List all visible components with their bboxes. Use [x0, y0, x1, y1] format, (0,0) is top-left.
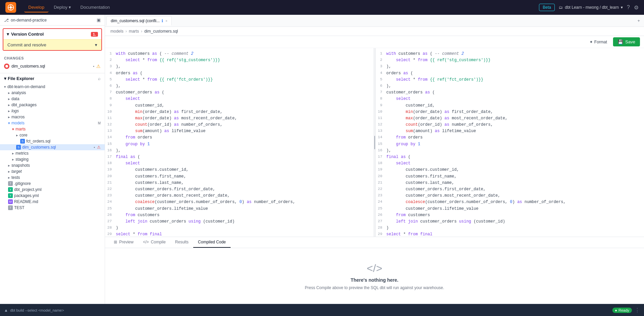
- tree-file-packages-yml[interactable]: Y packages.yml: [0, 193, 105, 199]
- line-number: 21: [105, 180, 116, 186]
- code-line: 26 from customers: [105, 212, 374, 219]
- commit-resolve-row[interactable]: Commit and resolve ▾: [3, 39, 101, 50]
- sidebar: ⎇ on-demand-practice ▣ ▾ Version Control…: [0, 15, 105, 304]
- code-line: 7customer_orders as (: [105, 89, 374, 96]
- save-button[interactable]: 💾 Save: [613, 37, 640, 46]
- code-line: 15 group by 1: [376, 141, 644, 148]
- code-line: 11 max(order_date) as most_recent_order_…: [105, 115, 374, 122]
- tree-file-fct-orders[interactable]: S fct_orders.sql: [0, 138, 105, 144]
- changes-section: Changes dim_customers.sql • ⚠: [0, 53, 105, 73]
- divider-handle: [374, 136, 375, 149]
- tree-folder-staging[interactable]: staging: [0, 156, 105, 162]
- nav-deploy[interactable]: Deploy ▾: [50, 3, 75, 12]
- tree-folder-data[interactable]: data: [0, 96, 105, 102]
- vc-badge: 1.: [91, 32, 98, 37]
- code-line: 6),: [105, 83, 374, 89]
- line-number: 14: [105, 134, 116, 141]
- folder-arrow-icon: [8, 175, 10, 180]
- tree-folder-tests[interactable]: tests: [0, 174, 105, 181]
- dbt-icon: [7, 4, 14, 11]
- line-number: 19: [376, 167, 386, 173]
- code-line: 7customer_orders as (: [376, 89, 644, 96]
- line-content: sum(amount) as lifetime_value: [386, 128, 644, 134]
- change-dot: •: [93, 65, 94, 68]
- code-line: 5 select * from {{ ref('fct_orders')}}: [105, 77, 374, 83]
- line-content: ): [116, 225, 374, 231]
- right-editor-pane[interactable]: 1with customers as ( -- comment 22 selec…: [376, 48, 644, 237]
- breadcrumb-models[interactable]: models: [110, 29, 124, 34]
- commit-resolve-label: Commit and resolve: [7, 42, 46, 47]
- tree-folder-root[interactable]: dbt-learn-on-demand: [0, 84, 105, 90]
- tab-compile[interactable]: </> Compile: [138, 237, 170, 248]
- line-number: 29: [376, 231, 386, 237]
- tab-dim-customers[interactable]: dim_customers.sql (confli... ℹ ×: [106, 16, 172, 26]
- line-content: coalesce(customer_orders.number_of_order…: [386, 199, 644, 205]
- dbt-logo: [5, 2, 16, 13]
- bottom-tabs: ⊞ Preview </> Compile Results Compiled C…: [105, 237, 644, 248]
- tab-close-icon[interactable]: ×: [165, 19, 167, 23]
- tree-folder-marts[interactable]: marts: [0, 126, 105, 132]
- line-number: 2: [105, 57, 116, 63]
- nav-documentation[interactable]: Documentation: [76, 3, 114, 12]
- tree-file-readme[interactable]: M README.md: [0, 199, 105, 205]
- line-number: 12: [105, 122, 116, 128]
- line-number: 22: [105, 186, 116, 192]
- tab-results[interactable]: Results: [170, 237, 193, 248]
- sidebar-panel-icon[interactable]: ▣: [97, 17, 101, 23]
- folder-arrow-icon: [8, 109, 10, 113]
- line-content: select * from {{ ref('fct_orders')}}: [116, 77, 374, 83]
- left-editor-pane[interactable]: 1with customers as ( -- comment 22 selec…: [105, 48, 374, 237]
- tree-folder-core[interactable]: core: [0, 132, 105, 138]
- folder-arrow-icon: [8, 163, 10, 168]
- folder-label: core: [20, 133, 27, 137]
- tree-folder-models[interactable]: models M: [0, 120, 105, 126]
- line-content: select: [116, 96, 374, 102]
- tree-folder-snapshots[interactable]: snapshots: [0, 162, 105, 168]
- top-nav: Develop Deploy ▾ Documentation Beta 🗂 db…: [0, 0, 644, 15]
- line-number: 15: [105, 141, 116, 147]
- tree-folder-target[interactable]: target: [0, 168, 105, 174]
- tree-file-dbt-project-yml[interactable]: Y dbt_project.yml: [0, 187, 105, 193]
- change-item[interactable]: dim_customers.sql • ⚠: [4, 62, 101, 70]
- commit-chevron-icon: ▾: [95, 42, 97, 47]
- code-line: 1with customers as ( -- comment 2: [105, 51, 374, 57]
- code-line: 29select * from final: [376, 231, 644, 237]
- help-icon[interactable]: ?: [627, 4, 630, 10]
- format-button[interactable]: ✦ Format: [586, 38, 610, 46]
- line-number: 8: [376, 96, 386, 102]
- tab-compiled-code[interactable]: Compiled Code: [193, 237, 231, 248]
- tree-folder-logs[interactable]: logs: [0, 108, 105, 114]
- format-icon: ✦: [589, 40, 593, 44]
- folder-label: models: [11, 121, 25, 125]
- nav-project[interactable]: 🗂 dbt Learn - mwong / dbt_learn ▾: [559, 5, 623, 10]
- tree-file-gitignore[interactable]: T .gitignore: [0, 181, 105, 187]
- line-content: customer_orders as (: [386, 89, 644, 96]
- nav-develop[interactable]: Develop: [24, 3, 48, 12]
- file-explorer-section: ▾ File Explorer ⌕ dbt-learn-on-demand an…: [0, 73, 105, 304]
- tree-folder-metrics[interactable]: metrics: [0, 150, 105, 156]
- line-content: select * from {{ ref('fct_orders')}}: [386, 77, 644, 83]
- file-explorer-title: ▾ File Explorer: [4, 76, 34, 81]
- settings-icon[interactable]: ⚙: [634, 4, 639, 11]
- folder-label: data: [11, 96, 19, 101]
- dbt-logo-icon[interactable]: [5, 2, 16, 13]
- new-tab-button[interactable]: +: [635, 17, 643, 25]
- line-content: customer_orders.first_order_date,: [386, 186, 644, 193]
- tree-file-dim-customers[interactable]: S dim_customers.sql • ⚠: [0, 144, 105, 150]
- file-explorer-header[interactable]: ▾ File Explorer ⌕: [0, 73, 105, 84]
- tab-preview[interactable]: ⊞ Preview: [109, 237, 138, 248]
- tree-folder-analysis[interactable]: analysis: [0, 90, 105, 96]
- code-line: 25 customer_orders.lifetime_value: [105, 206, 374, 212]
- tree-file-test[interactable]: T TEST: [0, 205, 105, 211]
- line-number: 14: [376, 134, 386, 141]
- search-icon[interactable]: ⌕: [98, 76, 101, 81]
- line-number: 23: [105, 193, 116, 199]
- breadcrumb-marts[interactable]: marts: [129, 29, 139, 34]
- tree-folder-macros[interactable]: macros: [0, 114, 105, 120]
- line-content: ),: [386, 64, 644, 70]
- tree-folder-dbt-packages[interactable]: dbt_packages: [0, 102, 105, 108]
- version-control-header[interactable]: ▾ Version Control 1.: [3, 29, 101, 39]
- line-content: customers.last_name,: [386, 180, 644, 186]
- code-line: 21 customers.last_name,: [105, 180, 374, 186]
- status-more-icon[interactable]: ⋮: [635, 307, 640, 313]
